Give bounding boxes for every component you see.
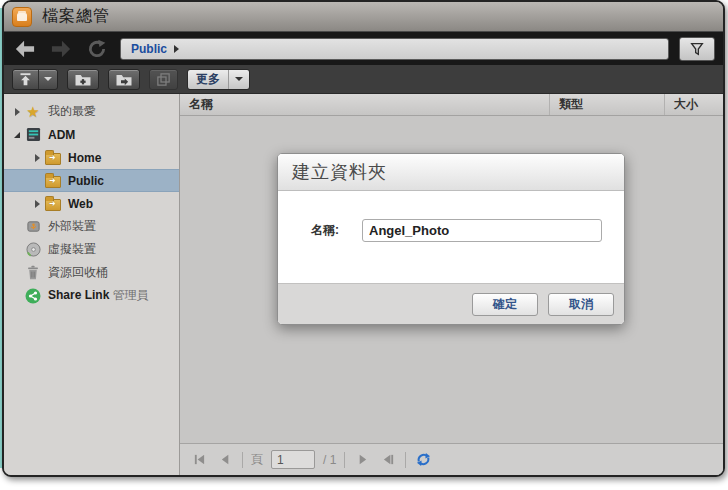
sidebar-item-label: 虛擬裝置 [48,241,96,258]
pagination-bar: 頁 / 1 [180,443,723,475]
sidebar-item-public[interactable]: Public [4,169,179,192]
screenshot-stage: 檔案總管 Public [0,0,728,490]
first-page-icon [193,453,206,466]
nas-device-icon [24,127,42,142]
breadcrumb[interactable]: Public [120,38,669,60]
share-link-icon [24,288,42,304]
sidebar-item-label: Home [68,151,101,165]
more-menu-button[interactable] [228,70,249,89]
sidebar-item-share-link[interactable]: Share Link 管理員 [4,284,179,307]
column-header-name[interactable]: 名稱 [180,94,550,115]
upload-button[interactable] [13,70,38,89]
column-header-type[interactable]: 類型 [550,94,665,115]
content-area: ★ 我的最愛 ADM Home [4,94,723,475]
refresh-icon [87,39,107,59]
file-explorer-app-icon [12,7,32,27]
sidebar-item-favorites[interactable]: ★ 我的最愛 [4,100,179,123]
sidebar-item-web[interactable]: Web [4,192,179,215]
back-arrow-icon [14,39,36,59]
sidebar-tree: ★ 我的最愛 ADM Home [4,94,180,475]
dropdown-caret-icon [235,77,243,81]
sidebar-item-label: Share Link 管理員 [48,287,149,304]
new-folder-icon [74,72,92,87]
expand-expanded-icon[interactable] [10,132,24,138]
last-page-icon [382,453,395,466]
filter-funnel-icon [689,41,705,57]
separator [344,452,345,468]
more-button[interactable]: 更多 [188,70,228,89]
upload-menu-button[interactable] [38,70,57,89]
separator [405,452,406,468]
shared-folder-icon [44,196,62,211]
sidebar-item-label: Public [68,174,104,188]
optical-disc-icon [24,242,42,257]
expand-collapsed-icon[interactable] [30,154,44,162]
title-bar: 檔案總管 [4,2,723,32]
more-split-button[interactable]: 更多 [187,69,250,90]
column-header-size[interactable]: 大小 [665,94,723,115]
star-icon: ★ [24,104,42,119]
sidebar-item-label: ADM [48,128,75,142]
previous-page-button[interactable] [216,451,234,469]
page-total: / 1 [323,453,336,467]
shared-folder-icon [44,150,62,165]
folder-name-input[interactable] [362,219,602,242]
upload-split-button[interactable] [12,69,58,90]
sidebar-item-virtual-devices[interactable]: 虛擬裝置 [4,238,179,261]
first-page-button[interactable] [190,451,208,469]
sidebar-item-label: Web [68,197,93,211]
sidebar-item-label: 資源回收桶 [48,264,108,281]
forward-button[interactable] [48,38,74,60]
dialog-footer: 確定 取消 [278,283,624,324]
sidebar-item-recycle-bin[interactable]: 資源回收桶 [4,261,179,284]
separator [242,452,243,468]
back-button[interactable] [12,38,38,60]
create-folder-dialog: 建立資料夾 名稱: 確定 取消 [277,153,625,325]
copy-icon [156,72,171,87]
folder-arrow-icon [115,72,133,87]
breadcrumb-caret-icon[interactable] [174,45,179,53]
move-to-button[interactable] [108,69,140,90]
usb-drive-icon [24,219,42,234]
previous-page-icon [219,453,232,466]
page-number-input[interactable] [271,450,315,469]
cancel-button[interactable]: 取消 [548,293,614,316]
list-header: 名稱 類型 大小 [180,94,723,116]
window-title: 檔案總管 [42,6,110,27]
sidebar-item-home[interactable]: Home [4,146,179,169]
new-folder-button[interactable] [67,69,99,90]
forward-arrow-icon [50,39,72,59]
sidebar-item-external-devices[interactable]: 外部裝置 [4,215,179,238]
dialog-title: 建立資料夾 [278,154,624,191]
refresh-list-button[interactable] [414,451,432,469]
dialog-body: 名稱: [278,191,624,283]
expand-collapsed-icon[interactable] [30,200,44,208]
recycle-bin-icon [24,265,42,280]
dropdown-caret-icon [44,77,52,81]
last-page-button[interactable] [379,451,397,469]
breadcrumb-folder[interactable]: Public [131,42,167,56]
more-button-label: 更多 [196,71,220,88]
sidebar-item-label: 外部裝置 [48,218,96,235]
next-page-button[interactable] [353,451,371,469]
file-explorer-window: 檔案總管 Public [2,0,725,477]
upload-icon [18,72,33,87]
expand-collapsed-icon[interactable] [10,108,24,116]
toolbar: 更多 [4,65,723,94]
navigation-bar: Public [4,32,723,65]
sidebar-item-adm[interactable]: ADM [4,123,179,146]
refresh-list-icon [416,452,431,467]
filter-button[interactable] [679,37,715,61]
sidebar-item-label: 我的最愛 [48,103,96,120]
copy-button [149,69,178,90]
page-label: 頁 [251,451,263,468]
ok-button[interactable]: 確定 [472,293,538,316]
next-page-icon [356,453,369,466]
name-label: 名稱: [278,222,362,239]
shared-folder-icon [44,173,62,188]
refresh-button[interactable] [84,38,110,60]
